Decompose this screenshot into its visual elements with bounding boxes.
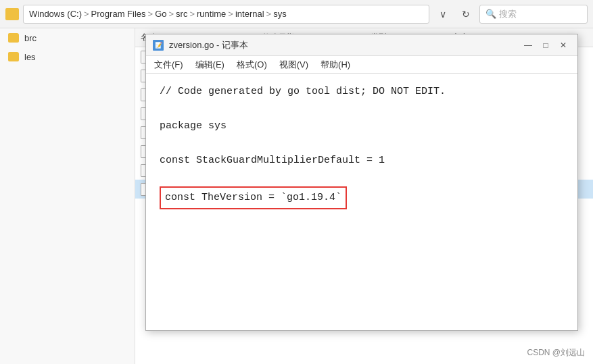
- code-line-3: package sys: [160, 118, 564, 135]
- code-line-2: [160, 101, 564, 118]
- breadcrumb-item-src[interactable]: src: [176, 9, 187, 19]
- maximize-button[interactable]: □: [538, 38, 553, 53]
- breadcrumb-item-programfiles[interactable]: Program Files: [91, 9, 146, 19]
- menu-edit[interactable]: 编辑(E): [190, 57, 230, 72]
- breadcrumb-item-internal[interactable]: internal: [235, 9, 264, 19]
- code-line-1: // Code generated by go tool dist; DO NO…: [160, 83, 564, 101]
- watermark: CSDN @刘远山: [527, 347, 585, 359]
- notepad-window: 📝 zversion.go - 记事本 — □ ✕ 文件(F) 编辑(E) 格式…: [145, 34, 578, 331]
- menu-file[interactable]: 文件(F): [149, 57, 189, 72]
- sidebar: brc les: [0, 28, 135, 364]
- menu-help[interactable]: 帮助(H): [315, 57, 356, 72]
- breadcrumb-item-sys[interactable]: sys: [273, 9, 287, 19]
- refresh-btn[interactable]: ↻: [456, 5, 475, 24]
- breadcrumb-item-go[interactable]: Go: [155, 9, 166, 19]
- notepad-title: zversion.go - 记事本: [169, 39, 515, 51]
- menu-view[interactable]: 视图(V): [274, 57, 314, 72]
- code-line-4: [160, 135, 564, 153]
- menu-format[interactable]: 格式(O): [231, 57, 272, 72]
- notepad-content: // Code generated by go tool dist; DO NO…: [146, 74, 577, 330]
- code-line-6: [160, 170, 564, 187]
- code-line-5: const StackGuardMultiplierDefault = 1: [160, 152, 564, 170]
- sidebar-item-label: brc: [24, 33, 37, 43]
- search-box: 🔍 搜索: [479, 5, 588, 24]
- folder-icon: [8, 33, 19, 43]
- sidebar-item-brc[interactable]: brc: [0, 28, 135, 47]
- dropdown-btn[interactable]: ∨: [433, 5, 452, 24]
- breadcrumb-item-windows[interactable]: Windows (C:): [29, 9, 82, 19]
- sidebar-item-les[interactable]: les: [0, 47, 135, 66]
- search-placeholder[interactable]: 搜索: [499, 8, 517, 20]
- minimize-button[interactable]: —: [521, 38, 536, 53]
- search-icon: 🔍: [485, 9, 496, 19]
- breadcrumb-item-runtime[interactable]: runtime: [197, 9, 226, 19]
- notepad-titlebar: 📝 zversion.go - 记事本 — □ ✕: [146, 34, 577, 56]
- code-version-line: const TheVersion = `go1.19.4`: [160, 186, 564, 209]
- version-line-highlighted: const TheVersion = `go1.19.4`: [160, 186, 347, 209]
- address-bar: Windows (C:) > Program Files > Go > src …: [0, 0, 593, 28]
- notepad-app-icon: 📝: [153, 40, 164, 51]
- sidebar-item-label: les: [24, 52, 36, 62]
- notepad-window-buttons: — □ ✕: [521, 38, 571, 53]
- folder-icon: [8, 52, 19, 61]
- folder-icon: [5, 8, 19, 20]
- sidebar-scroll: brc les: [0, 28, 135, 364]
- notepad-menubar: 文件(F) 编辑(E) 格式(O) 视图(V) 帮助(H): [146, 56, 577, 74]
- close-button[interactable]: ✕: [556, 38, 571, 53]
- breadcrumb[interactable]: Windows (C:) > Program Files > Go > src …: [23, 5, 429, 24]
- addr-right-buttons: ∨ ↻: [433, 5, 475, 24]
